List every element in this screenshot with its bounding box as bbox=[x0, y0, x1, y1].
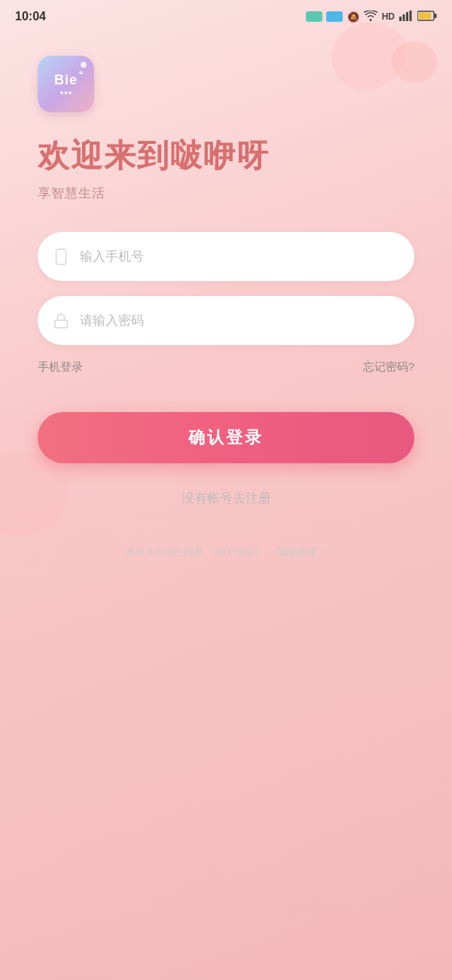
battery-icon bbox=[417, 11, 437, 23]
wifi-icon bbox=[364, 11, 377, 23]
svg-rect-2 bbox=[406, 12, 408, 21]
logo-text: Bie bbox=[54, 72, 78, 88]
cloud-icon bbox=[326, 11, 343, 22]
status-bar: 10:04 🔕 HD bbox=[0, 0, 452, 33]
register-link[interactable]: 没有帐号去注册 bbox=[38, 490, 414, 507]
password-input[interactable] bbox=[80, 313, 399, 328]
lock-icon bbox=[53, 313, 69, 329]
main-content: Bie ●●● 欢迎来到啵咿呀 享智慧生活 手机登录 忘记密码? 确认登录 没有… bbox=[0, 33, 452, 591]
welcome-subtitle: 享智慧生活 bbox=[38, 185, 414, 202]
hd-label: HD bbox=[382, 11, 395, 22]
privacy-policy-link[interactable]: 《隐私政策》 bbox=[268, 546, 327, 557]
message-icon bbox=[306, 11, 322, 22]
svg-rect-6 bbox=[419, 12, 432, 19]
agreement-section: 登录表示你已同意 《用户协议》 《隐私政策》 bbox=[38, 545, 414, 560]
phone-login-label[interactable]: 手机登录 bbox=[38, 360, 83, 374]
forgot-password-label[interactable]: 忘记密码? bbox=[363, 360, 414, 374]
svg-rect-5 bbox=[435, 14, 437, 18]
password-input-group bbox=[38, 296, 414, 345]
login-options: 手机登录 忘记密码? bbox=[38, 360, 414, 374]
status-icons: 🔕 HD bbox=[306, 11, 437, 23]
user-agreement-link[interactable]: 《用户协议》 bbox=[206, 546, 265, 557]
mute-icon: 🔕 bbox=[347, 11, 359, 23]
svg-rect-3 bbox=[410, 11, 412, 21]
svg-rect-9 bbox=[55, 320, 68, 328]
notification-icons bbox=[306, 11, 343, 22]
status-time: 10:04 bbox=[15, 10, 46, 23]
phone-icon bbox=[53, 249, 69, 265]
app-logo: Bie ●●● bbox=[38, 56, 94, 112]
signal-icon bbox=[399, 11, 413, 23]
svg-rect-7 bbox=[56, 249, 66, 264]
phone-input[interactable] bbox=[80, 249, 399, 264]
svg-rect-1 bbox=[403, 14, 405, 21]
svg-rect-0 bbox=[399, 17, 402, 21]
logo-subtext: ●●● bbox=[54, 89, 78, 96]
welcome-title: 欢迎来到啵咿呀 bbox=[38, 135, 414, 177]
confirm-login-button[interactable]: 确认登录 bbox=[38, 412, 414, 463]
agreement-prefix: 登录表示你已同意 bbox=[125, 546, 203, 557]
phone-input-group bbox=[38, 232, 414, 281]
